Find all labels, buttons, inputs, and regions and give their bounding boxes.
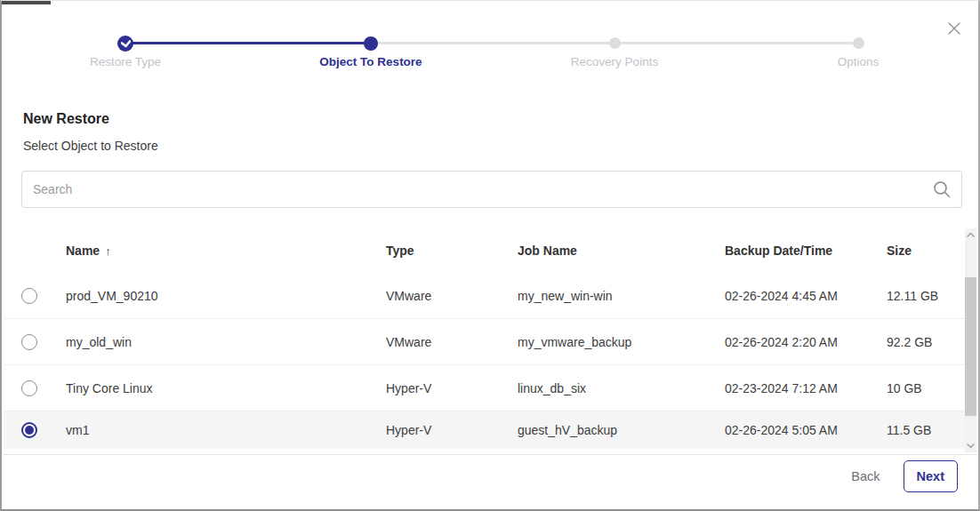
- stepper-segment-upcoming: [615, 42, 858, 44]
- step-label-restore-type: Restore Type: [28, 55, 223, 68]
- objects-table: Name↑ Type Job Name Backup Date/Time Siz…: [4, 228, 968, 449]
- page-subtitle: Select Object to Restore: [23, 139, 158, 153]
- column-header-type[interactable]: Type: [386, 244, 518, 258]
- table-row[interactable]: my_old_win VMware my_vmware_backup 02-26…: [4, 319, 968, 365]
- column-header-job-name[interactable]: Job Name: [518, 244, 725, 258]
- cell-name: Tiny Core Linux: [66, 381, 386, 395]
- footer-divider: [4, 454, 976, 455]
- cell-backup-datetime: 02-26-2024 2:20 AM: [725, 335, 887, 349]
- scroll-down-icon[interactable]: [965, 440, 976, 452]
- cell-type: Hyper-V: [386, 423, 518, 437]
- new-restore-dialog: Restore Type Object To Restore Recovery …: [0, 0, 980, 511]
- search-icon[interactable]: [922, 180, 961, 199]
- table-scrollbar[interactable]: [965, 228, 976, 452]
- step-label-object-to-restore: Object To Restore: [273, 55, 469, 68]
- cell-size: 11.5 GB: [887, 423, 968, 437]
- page-title: New Restore: [23, 111, 109, 127]
- step-label-recovery-points: Recovery Points: [517, 55, 712, 68]
- row-radio[interactable]: [21, 334, 37, 350]
- cell-job-name: linux_db_six: [518, 381, 725, 395]
- cell-size: 12.11 GB: [887, 289, 968, 303]
- table-row[interactable]: vm1 Hyper-V guest_hV_backup 02-26-2024 5…: [4, 411, 968, 449]
- cell-backup-datetime: 02-23-2024 7:12 AM: [725, 381, 887, 395]
- cell-type: VMware: [386, 335, 518, 349]
- close-button[interactable]: [945, 21, 963, 39]
- table-row[interactable]: Tiny Core Linux Hyper-V linux_db_six 02-…: [4, 365, 968, 411]
- sort-asc-icon[interactable]: ↑: [105, 244, 111, 258]
- table-header-row: Name↑ Type Job Name Backup Date/Time Siz…: [4, 228, 968, 273]
- cell-type: Hyper-V: [386, 381, 518, 395]
- row-radio[interactable]: [21, 422, 37, 438]
- step-dot-object-to-restore[interactable]: [364, 36, 378, 51]
- cell-size: 10 GB: [887, 381, 968, 395]
- cell-size: 92.2 GB: [887, 335, 968, 349]
- next-button[interactable]: Next: [904, 460, 958, 492]
- step-dot-options[interactable]: [853, 37, 864, 49]
- cell-name: vm1: [66, 423, 386, 437]
- cell-backup-datetime: 02-26-2024 5:05 AM: [725, 423, 887, 437]
- row-radio[interactable]: [21, 380, 37, 396]
- back-button[interactable]: Back: [851, 469, 880, 483]
- table-row[interactable]: prod_VM_90210 VMware my_new_win-win 02-2…: [4, 273, 968, 319]
- column-header-backup-datetime[interactable]: Backup Date/Time: [725, 244, 887, 258]
- cell-job-name: my_new_win-win: [518, 289, 725, 303]
- cell-job-name: guest_hV_backup: [518, 423, 725, 437]
- step-dot-restore-type[interactable]: [117, 36, 133, 52]
- stepper-segment-completed: [125, 42, 371, 44]
- cell-job-name: my_vmware_backup: [518, 335, 725, 349]
- window-edge-artifact: [2, 1, 51, 4]
- footer: Back Next: [851, 460, 958, 492]
- step-dot-recovery-points[interactable]: [609, 37, 621, 49]
- scrollbar-thumb[interactable]: [965, 277, 976, 416]
- cell-name: prod_VM_90210: [66, 289, 386, 303]
- row-radio[interactable]: [21, 288, 37, 304]
- cell-name: my_old_win: [66, 335, 386, 349]
- check-icon: [121, 36, 131, 52]
- step-label-options: Options: [760, 55, 956, 68]
- stepper-segment-upcoming: [371, 42, 615, 44]
- close-icon: [948, 22, 960, 38]
- scroll-up-icon[interactable]: [965, 228, 976, 241]
- column-header-size[interactable]: Size: [887, 244, 968, 258]
- cell-type: VMware: [386, 289, 518, 303]
- cell-backup-datetime: 02-26-2024 4:45 AM: [725, 289, 887, 303]
- search-input[interactable]: [22, 172, 922, 207]
- column-header-name[interactable]: Name↑: [66, 244, 386, 258]
- search-box: [21, 171, 962, 208]
